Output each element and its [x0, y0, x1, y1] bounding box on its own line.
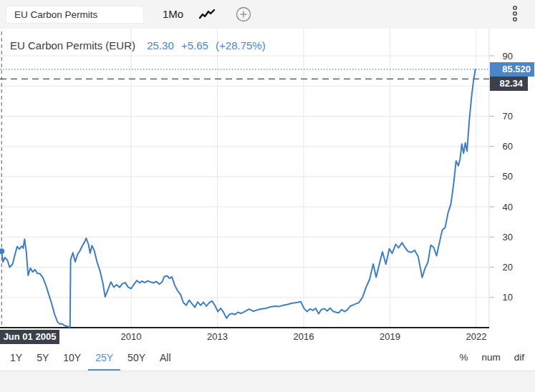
price-chart-plot[interactable]: 10203040506070809020102013201620192022 [0, 29, 535, 348]
mode-tab-percent[interactable]: % [459, 348, 468, 368]
x-axis-tick-label: 2019 [380, 331, 400, 342]
series-change-pct: (+28.75%) [216, 39, 266, 52]
mode-tabs: %numdif [459, 348, 524, 368]
range-tab-10y[interactable]: 10Y [56, 348, 88, 371]
price-line-series [1, 69, 476, 327]
x-axis-tick-label: 2010 [120, 331, 141, 342]
x-axis-tick-label: 2016 [293, 331, 314, 342]
crosshair-value-badge: 82.34 [490, 77, 528, 91]
top-toolbar: 1Mo [0, 0, 535, 29]
y-axis-tick-label: 70 [503, 111, 513, 122]
crosshair-date-badge: Jun 01 2005 [0, 330, 59, 344]
kebab-menu-icon[interactable] [511, 5, 519, 26]
series-title: EU Carbon Permits (EUR) [10, 39, 135, 52]
charting-app: { "topbar": { "search_value": "EU Carbon… [0, 0, 535, 392]
interval-selector[interactable]: 1Mo [163, 0, 183, 29]
y-axis-tick-label: 30 [503, 232, 513, 242]
mode-tab-dif[interactable]: dif [514, 348, 524, 368]
range-tab-1y[interactable]: 1Y [3, 348, 29, 371]
latest-price-badge: 85.520 [490, 62, 534, 77]
chart-region: 10203040506070809020102013201620192022 E… [0, 29, 535, 348]
footer-strip [0, 371, 535, 392]
search-input[interactable] [6, 6, 144, 24]
x-axis-tick-label: 2022 [466, 331, 486, 342]
range-tab-25y[interactable]: 25Y [88, 348, 120, 371]
x-axis-tick-label: 2013 [207, 331, 228, 342]
y-axis-tick-label: 60 [503, 141, 513, 152]
y-axis-tick-label: 90 [503, 51, 513, 62]
y-axis-tick-label: 20 [503, 262, 513, 273]
series-price: 25.30 [147, 39, 174, 52]
mode-tab-num[interactable]: num [481, 348, 500, 368]
range-tabs: 1Y5Y10Y25Y50YAll [3, 348, 178, 371]
plus-circle-icon[interactable] [236, 6, 251, 25]
crosshair-point-marker [0, 248, 4, 254]
range-tab-5y[interactable]: 5Y [29, 348, 56, 371]
chart-legend-header: EU Carbon Permits (EUR) 25.30 +5.65 (+28… [10, 39, 266, 52]
range-toolbar: 1Y5Y10Y25Y50YAll %numdif [0, 348, 535, 371]
y-axis-tick-label: 10 [503, 292, 513, 303]
series-change: +5.65 [181, 39, 208, 52]
sparkline-chart-type-icon[interactable] [198, 9, 216, 23]
range-tab-50y[interactable]: 50Y [120, 348, 153, 371]
y-axis-tick-label: 50 [503, 171, 513, 182]
range-tab-all[interactable]: All [153, 348, 178, 371]
y-axis-tick-label: 40 [503, 202, 513, 212]
